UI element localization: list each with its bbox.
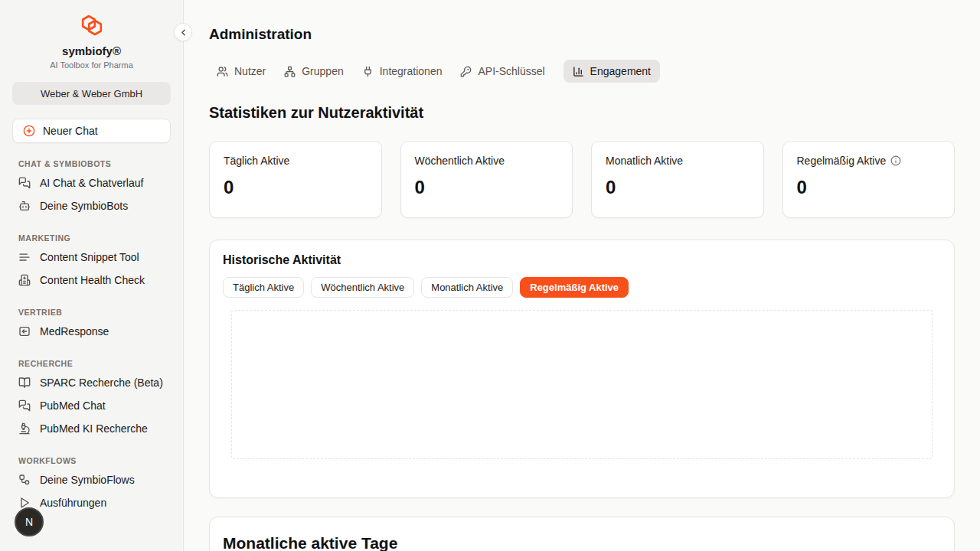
book-open-icon bbox=[18, 377, 31, 389]
sidebar-item-content-health-check[interactable]: Content Health Check bbox=[12, 269, 171, 292]
sidebar-item-pubmed-chat[interactable]: PubMed Chat bbox=[12, 394, 171, 417]
tab-nutzer[interactable]: Nutzer bbox=[217, 60, 266, 83]
messages-square-icon bbox=[18, 399, 31, 412]
stat-cards-row: Täglich Aktive 0 Wöchentlich Aktive 0 Mo… bbox=[209, 141, 955, 218]
filter-taeglich-aktive[interactable]: Täglich Aktive bbox=[223, 277, 304, 298]
historical-activity-heading: Historische Aktivität bbox=[223, 253, 941, 267]
stat-card-label: Täglich Aktive bbox=[224, 155, 368, 167]
text-lines-icon bbox=[18, 251, 31, 263]
sidebar-item-symbioflows[interactable]: Deine SymbioFlows bbox=[12, 468, 171, 491]
main-content: Administration Nutzer Gruppen Integratio… bbox=[184, 0, 980, 551]
sidebar-item-sparc-recherche[interactable]: SPARC Recherche (Beta) bbox=[12, 371, 171, 394]
sidebar-item-symbiobots[interactable]: Deine SymbioBots bbox=[12, 194, 171, 217]
stat-card-woechentlich-aktive: Wöchentlich Aktive 0 bbox=[400, 141, 573, 218]
nav-section-label: VERTRIEB bbox=[18, 308, 171, 317]
workflow-icon bbox=[18, 474, 31, 486]
stat-card-value: 0 bbox=[415, 177, 559, 198]
brand-name: symbiofy® bbox=[12, 44, 171, 57]
stat-card-value: 0 bbox=[224, 177, 368, 198]
nav-section-label: WORKFLOWS bbox=[18, 456, 171, 465]
filter-woechentlich-aktive[interactable]: Wöchentlich Aktive bbox=[311, 277, 414, 298]
sidebar: symbiofy® AI Toolbox for Pharma Weber & … bbox=[0, 0, 184, 551]
symbiofy-logo-icon bbox=[77, 14, 107, 37]
monthly-active-days-heading: Monatliche aktive Tage bbox=[223, 534, 941, 551]
app-window: symbiofy® AI Toolbox for Pharma Weber & … bbox=[0, 0, 980, 551]
user-avatar[interactable]: N bbox=[15, 507, 44, 536]
stat-card-label: Monatlich Aktive bbox=[606, 155, 750, 167]
users-icon bbox=[217, 66, 228, 77]
activity-filter-row: Täglich Aktive Wöchentlich Aktive Monatl… bbox=[223, 277, 941, 298]
nav-section-label: MARKETING bbox=[18, 233, 171, 243]
stat-card-label: Regelmäßig Aktive bbox=[797, 155, 941, 167]
chevron-left-icon bbox=[178, 28, 188, 37]
stat-card-regelmaessig-aktive: Regelmäßig Aktive 0 bbox=[782, 141, 956, 218]
page-title: Administration bbox=[209, 26, 955, 43]
stat-card-label: Wöchentlich Aktive bbox=[415, 155, 559, 167]
sidebar-collapse-button[interactable] bbox=[174, 23, 192, 41]
stat-card-taeglich-aktive: Täglich Aktive 0 bbox=[209, 141, 382, 218]
stats-heading: Statistiken zur Nutzeraktivität bbox=[209, 104, 955, 122]
tab-label: Integrationen bbox=[380, 65, 443, 77]
tab-integrationen[interactable]: Integrationen bbox=[362, 60, 443, 83]
tab-engagement[interactable]: Engagement bbox=[564, 60, 660, 83]
sidebar-item-label: PubMed KI Recherche bbox=[40, 422, 148, 435]
info-icon[interactable] bbox=[890, 155, 901, 166]
tab-api-schluessel[interactable]: API-Schlüssel bbox=[460, 60, 544, 83]
network-icon bbox=[284, 66, 296, 77]
tab-label: API-Schlüssel bbox=[478, 65, 544, 77]
plug-icon bbox=[362, 66, 374, 77]
stat-card-value: 0 bbox=[606, 177, 750, 198]
brand-tagline: AI Toolbox for Pharma bbox=[12, 60, 171, 70]
microscope-icon bbox=[18, 422, 31, 435]
tab-label: Engagement bbox=[590, 65, 651, 77]
sidebar-item-label: SPARC Recherche (Beta) bbox=[40, 377, 163, 389]
brand-block: symbiofy® AI Toolbox for Pharma bbox=[12, 14, 171, 70]
sidebar-item-label: Deine SymbioBots bbox=[40, 200, 128, 212]
stat-card-value: 0 bbox=[797, 177, 941, 198]
sidebar-item-label: Content Health Check bbox=[40, 274, 145, 286]
nav-section-label: RECHERCHE bbox=[18, 359, 171, 368]
bot-icon bbox=[18, 200, 31, 212]
new-chat-button[interactable]: Neuer Chat bbox=[12, 119, 171, 143]
historical-activity-panel: Historische Aktivität Täglich Aktive Wöc… bbox=[209, 240, 955, 498]
tab-label: Gruppen bbox=[302, 65, 343, 77]
messages-square-icon bbox=[18, 177, 31, 189]
filter-monatlich-aktive[interactable]: Monatlich Aktive bbox=[421, 277, 513, 298]
sidebar-item-label: Deine SymbioFlows bbox=[40, 474, 135, 486]
sidebar-item-ai-chat[interactable]: AI Chat & Chatverlauf bbox=[12, 171, 171, 194]
company-selector-button[interactable]: Weber & Weber GmbH bbox=[12, 82, 171, 105]
new-chat-label: Neuer Chat bbox=[43, 125, 98, 137]
activity-chart-empty-placeholder bbox=[231, 310, 933, 459]
tab-label: Nutzer bbox=[234, 65, 266, 77]
stat-card-monatlich-aktive: Monatlich Aktive 0 bbox=[591, 141, 764, 218]
hospital-icon bbox=[18, 274, 31, 286]
sidebar-item-label: AI Chat & Chatverlauf bbox=[40, 177, 143, 189]
tab-gruppen[interactable]: Gruppen bbox=[284, 60, 343, 83]
sidebar-item-label: Content Snippet Tool bbox=[40, 251, 139, 263]
sidebar-item-medresponse[interactable]: MedResponse bbox=[12, 320, 171, 343]
sidebar-item-pubmed-ki-recherche[interactable]: PubMed KI Recherche bbox=[12, 417, 171, 440]
message-reply-icon bbox=[18, 325, 31, 337]
avatar-initial: N bbox=[25, 516, 33, 528]
filter-regelmaessig-aktive[interactable]: Regelmäßig Aktive bbox=[520, 277, 629, 298]
chart-column-icon bbox=[573, 66, 584, 77]
admin-tabs: Nutzer Gruppen Integrationen API-Schlüss… bbox=[209, 60, 955, 83]
plus-circle-icon bbox=[23, 125, 35, 137]
sidebar-item-label: MedResponse bbox=[40, 325, 109, 337]
sidebar-item-label: PubMed Chat bbox=[40, 399, 106, 412]
sidebar-item-content-snippet-tool[interactable]: Content Snippet Tool bbox=[12, 246, 171, 269]
sidebar-item-label: Ausführungen bbox=[40, 497, 106, 509]
nav-section-label: CHAT & SYMBIOBOTS bbox=[18, 159, 171, 168]
monthly-active-days-panel: Monatliche aktive Tage bbox=[209, 517, 955, 551]
key-icon bbox=[460, 66, 472, 77]
